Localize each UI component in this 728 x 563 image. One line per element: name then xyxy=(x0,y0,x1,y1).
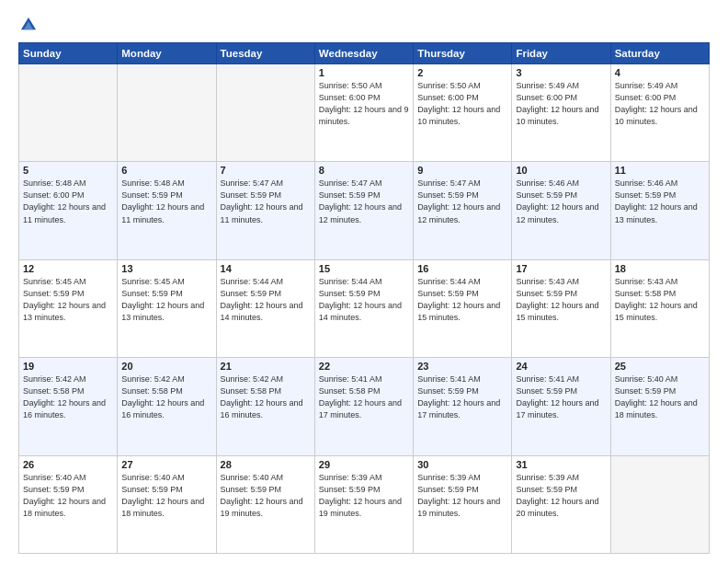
calendar-cell xyxy=(19,64,118,162)
calendar-cell: 14Sunrise: 5:44 AMSunset: 5:59 PMDayligh… xyxy=(216,259,314,357)
calendar-table: SundayMondayTuesdayWednesdayThursdayFrid… xyxy=(18,42,710,554)
day-number: 10 xyxy=(516,165,606,176)
calendar-cell: 3Sunrise: 5:49 AMSunset: 6:00 PMDaylight… xyxy=(512,64,610,162)
calendar-cell: 2Sunrise: 5:50 AMSunset: 6:00 PMDaylight… xyxy=(414,64,512,162)
page: SundayMondayTuesdayWednesdayThursdayFrid… xyxy=(0,0,728,563)
weekday-header: Sunday xyxy=(19,43,118,64)
day-number: 17 xyxy=(516,263,606,274)
day-number: 7 xyxy=(221,165,311,176)
day-number: 20 xyxy=(121,361,211,372)
day-number: 30 xyxy=(417,459,507,470)
day-info: Sunrise: 5:47 AMSunset: 5:59 PMDaylight:… xyxy=(417,178,507,225)
day-number: 12 xyxy=(23,263,113,274)
calendar-cell: 27Sunrise: 5:40 AMSunset: 5:59 PMDayligh… xyxy=(118,455,216,553)
weekday-header: Saturday xyxy=(610,43,709,64)
day-number: 2 xyxy=(417,67,507,78)
calendar-cell: 20Sunrise: 5:42 AMSunset: 5:58 PMDayligh… xyxy=(118,358,216,455)
day-number: 27 xyxy=(121,459,211,470)
day-number: 29 xyxy=(319,459,409,470)
day-number: 4 xyxy=(615,67,705,78)
calendar-week-row: 1Sunrise: 5:50 AMSunset: 6:00 PMDaylight… xyxy=(19,64,710,162)
calendar-cell: 15Sunrise: 5:44 AMSunset: 5:59 PMDayligh… xyxy=(314,259,413,357)
day-info: Sunrise: 5:45 AMSunset: 5:59 PMDaylight:… xyxy=(23,276,113,324)
day-number: 22 xyxy=(319,361,409,372)
calendar-week-row: 12Sunrise: 5:45 AMSunset: 5:59 PMDayligh… xyxy=(19,259,710,357)
day-info: Sunrise: 5:41 AMSunset: 5:59 PMDaylight:… xyxy=(417,373,507,421)
day-number: 23 xyxy=(417,361,507,372)
calendar-week-row: 19Sunrise: 5:42 AMSunset: 5:58 PMDayligh… xyxy=(19,358,710,455)
calendar-cell: 5Sunrise: 5:48 AMSunset: 6:00 PMDaylight… xyxy=(19,162,118,259)
weekday-header: Friday xyxy=(512,43,610,64)
calendar-cell: 9Sunrise: 5:47 AMSunset: 5:59 PMDaylight… xyxy=(414,162,512,259)
day-number: 25 xyxy=(615,361,705,372)
calendar-cell: 24Sunrise: 5:41 AMSunset: 5:59 PMDayligh… xyxy=(512,358,610,455)
day-info: Sunrise: 5:41 AMSunset: 5:58 PMDaylight:… xyxy=(319,373,409,421)
day-info: Sunrise: 5:49 AMSunset: 6:00 PMDaylight:… xyxy=(615,80,705,128)
day-info: Sunrise: 5:44 AMSunset: 5:59 PMDaylight:… xyxy=(417,276,507,324)
calendar-cell: 26Sunrise: 5:40 AMSunset: 5:59 PMDayligh… xyxy=(19,455,118,553)
header xyxy=(18,15,710,35)
day-info: Sunrise: 5:41 AMSunset: 5:59 PMDaylight:… xyxy=(516,373,606,421)
day-number: 19 xyxy=(23,361,113,372)
day-info: Sunrise: 5:44 AMSunset: 5:59 PMDaylight:… xyxy=(319,276,409,324)
day-info: Sunrise: 5:50 AMSunset: 6:00 PMDaylight:… xyxy=(319,80,409,128)
calendar-cell: 19Sunrise: 5:42 AMSunset: 5:58 PMDayligh… xyxy=(19,358,118,455)
calendar-cell: 4Sunrise: 5:49 AMSunset: 6:00 PMDaylight… xyxy=(610,64,709,162)
day-info: Sunrise: 5:47 AMSunset: 5:59 PMDaylight:… xyxy=(221,178,311,225)
day-number: 1 xyxy=(319,67,409,78)
day-info: Sunrise: 5:45 AMSunset: 5:59 PMDaylight:… xyxy=(121,276,211,324)
day-number: 28 xyxy=(221,459,311,470)
day-info: Sunrise: 5:46 AMSunset: 5:59 PMDaylight:… xyxy=(615,178,705,225)
calendar-cell: 11Sunrise: 5:46 AMSunset: 5:59 PMDayligh… xyxy=(610,162,709,259)
day-info: Sunrise: 5:40 AMSunset: 5:59 PMDaylight:… xyxy=(121,472,211,520)
calendar-cell: 25Sunrise: 5:40 AMSunset: 5:59 PMDayligh… xyxy=(610,358,709,455)
day-number: 21 xyxy=(221,361,311,372)
day-number: 16 xyxy=(417,263,507,274)
day-number: 15 xyxy=(319,263,409,274)
day-number: 14 xyxy=(221,263,311,274)
weekday-header: Wednesday xyxy=(314,43,413,64)
day-info: Sunrise: 5:39 AMSunset: 5:59 PMDaylight:… xyxy=(516,472,606,520)
calendar-header-row: SundayMondayTuesdayWednesdayThursdayFrid… xyxy=(19,43,710,64)
day-number: 9 xyxy=(417,165,507,176)
calendar-cell: 12Sunrise: 5:45 AMSunset: 5:59 PMDayligh… xyxy=(19,259,118,357)
day-info: Sunrise: 5:42 AMSunset: 5:58 PMDaylight:… xyxy=(23,373,113,421)
day-info: Sunrise: 5:50 AMSunset: 6:00 PMDaylight:… xyxy=(417,80,507,128)
day-info: Sunrise: 5:39 AMSunset: 5:59 PMDaylight:… xyxy=(319,472,409,520)
calendar-cell: 22Sunrise: 5:41 AMSunset: 5:58 PMDayligh… xyxy=(314,358,413,455)
weekday-header: Tuesday xyxy=(216,43,314,64)
day-number: 3 xyxy=(516,67,606,78)
day-number: 24 xyxy=(516,361,606,372)
weekday-header: Thursday xyxy=(414,43,512,64)
calendar-cell: 28Sunrise: 5:40 AMSunset: 5:59 PMDayligh… xyxy=(216,455,314,553)
calendar-cell: 18Sunrise: 5:43 AMSunset: 5:58 PMDayligh… xyxy=(610,259,709,357)
day-info: Sunrise: 5:47 AMSunset: 5:59 PMDaylight:… xyxy=(319,178,409,225)
day-info: Sunrise: 5:42 AMSunset: 5:58 PMDaylight:… xyxy=(221,373,311,421)
day-number: 18 xyxy=(615,263,705,274)
calendar-cell: 13Sunrise: 5:45 AMSunset: 5:59 PMDayligh… xyxy=(118,259,216,357)
day-info: Sunrise: 5:43 AMSunset: 5:59 PMDaylight:… xyxy=(516,276,606,324)
day-number: 5 xyxy=(23,165,113,176)
calendar-cell: 7Sunrise: 5:47 AMSunset: 5:59 PMDaylight… xyxy=(216,162,314,259)
day-info: Sunrise: 5:40 AMSunset: 5:59 PMDaylight:… xyxy=(23,472,113,520)
day-info: Sunrise: 5:48 AMSunset: 5:59 PMDaylight:… xyxy=(121,178,211,225)
day-info: Sunrise: 5:43 AMSunset: 5:58 PMDaylight:… xyxy=(615,276,705,324)
calendar-cell xyxy=(610,455,709,553)
logo-icon xyxy=(18,15,39,35)
calendar-cell: 10Sunrise: 5:46 AMSunset: 5:59 PMDayligh… xyxy=(512,162,610,259)
calendar-cell: 8Sunrise: 5:47 AMSunset: 5:59 PMDaylight… xyxy=(314,162,413,259)
day-info: Sunrise: 5:40 AMSunset: 5:59 PMDaylight:… xyxy=(221,472,311,520)
calendar-week-row: 5Sunrise: 5:48 AMSunset: 6:00 PMDaylight… xyxy=(19,162,710,259)
day-info: Sunrise: 5:42 AMSunset: 5:58 PMDaylight:… xyxy=(121,373,211,421)
day-info: Sunrise: 5:48 AMSunset: 6:00 PMDaylight:… xyxy=(23,178,113,225)
calendar-cell xyxy=(118,64,216,162)
calendar-cell: 23Sunrise: 5:41 AMSunset: 5:59 PMDayligh… xyxy=(414,358,512,455)
day-number: 11 xyxy=(615,165,705,176)
day-number: 8 xyxy=(319,165,409,176)
day-info: Sunrise: 5:44 AMSunset: 5:59 PMDaylight:… xyxy=(221,276,311,324)
day-info: Sunrise: 5:49 AMSunset: 6:00 PMDaylight:… xyxy=(516,80,606,128)
day-number: 31 xyxy=(516,459,606,470)
calendar-cell: 1Sunrise: 5:50 AMSunset: 6:00 PMDaylight… xyxy=(314,64,413,162)
day-number: 6 xyxy=(121,165,211,176)
calendar-cell: 29Sunrise: 5:39 AMSunset: 5:59 PMDayligh… xyxy=(314,455,413,553)
